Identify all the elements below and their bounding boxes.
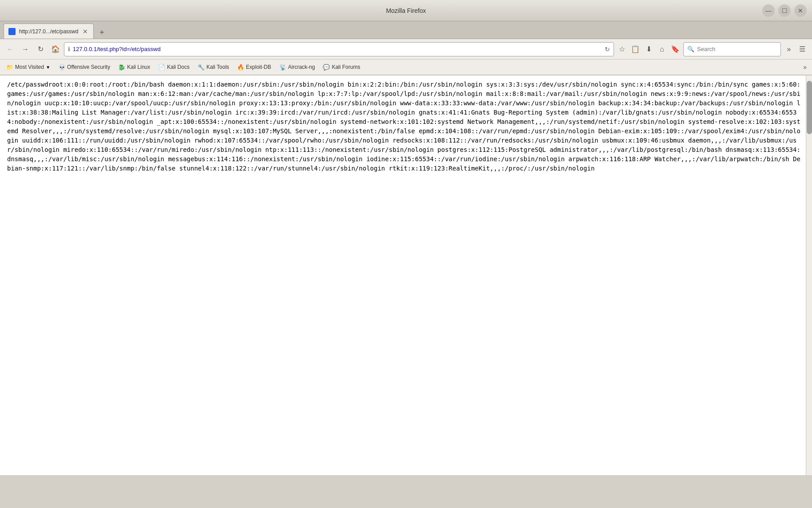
home-nav-button[interactable]: ⌂ xyxy=(656,43,668,56)
bookmark-kali-forums[interactable]: 💬 Kali Forums xyxy=(319,62,364,72)
tab-title: http://127.0.../etc/passwd xyxy=(19,28,78,35)
bookmarks-bar: 📁 Most Visited ▼ 💀 Offensive Security 🐉 … xyxy=(0,60,812,75)
active-tab[interactable]: http://127.0.../etc/passwd ✕ xyxy=(4,24,94,39)
bookmarks-star-button[interactable]: ☆ xyxy=(616,43,628,56)
offensive-security-icon: 💀 xyxy=(58,64,65,71)
tab-close-button[interactable]: ✕ xyxy=(82,28,89,35)
address-input[interactable] xyxy=(73,46,602,52)
back-button[interactable]: ← xyxy=(4,43,17,56)
lock-icon: ℹ xyxy=(68,46,70,52)
bookmark-most-visited-label: Most Visited xyxy=(15,64,44,70)
kali-forums-icon: 💬 xyxy=(323,64,330,71)
bookmark-offensive-security-label: Offensive Security xyxy=(67,64,110,70)
tab-favicon xyxy=(8,28,16,35)
aircrack-ng-icon: 📡 xyxy=(279,64,286,71)
kali-linux-icon: 🐉 xyxy=(118,64,125,71)
title-bar: Mozilla Firefox — ☐ ✕ xyxy=(0,0,812,21)
kali-docs-icon: 📄 xyxy=(158,64,165,71)
bookmarks-panel-button[interactable]: 📋 xyxy=(629,43,642,56)
new-tab-button[interactable]: + xyxy=(95,26,108,39)
exploit-db-icon: 🔥 xyxy=(237,64,244,71)
forward-button[interactable]: → xyxy=(19,43,32,56)
search-input[interactable] xyxy=(697,46,777,52)
maximize-button[interactable]: ☐ xyxy=(778,4,791,17)
bookmark-kali-linux-label: Kali Linux xyxy=(127,64,150,70)
most-visited-icon: 📁 xyxy=(6,64,13,71)
downloads-button[interactable]: ⬇ xyxy=(642,43,655,56)
scrollbar-thumb[interactable] xyxy=(807,81,812,134)
bookmark-kali-docs-label: Kali Docs xyxy=(167,64,190,70)
search-magnifier-icon: 🔍 xyxy=(687,46,694,52)
minimize-button[interactable]: — xyxy=(762,4,775,17)
bookmark-kali-tools[interactable]: 🔧 Kali Tools xyxy=(194,62,233,72)
window-title: Mozilla Firefox xyxy=(386,7,426,14)
bookmark-offensive-security[interactable]: 💀 Offensive Security xyxy=(55,62,114,72)
hamburger-menu-button[interactable]: ☰ xyxy=(796,43,808,56)
kali-tools-icon: 🔧 xyxy=(198,64,205,71)
nav-extra-icons: » ☰ xyxy=(783,43,808,56)
bookmark-kali-forums-label: Kali Forums xyxy=(332,64,360,70)
nav-bar: ← → ↻ 🏠 ℹ ↻ ☆ 📋 ⬇ ⌂ 🔖 🔍 » ☰ xyxy=(0,39,812,60)
bookmark-exploit-db[interactable]: 🔥 Exploit-DB xyxy=(234,62,275,72)
bookmark-kali-linux[interactable]: 🐉 Kali Linux xyxy=(115,62,154,72)
bookmark-aircrack-ng[interactable]: 📡 Aircrack-ng xyxy=(276,62,319,72)
page-content: /etc/passwdroot:x:0:0:root:/root:/bin/ba… xyxy=(0,75,812,475)
close-button[interactable]: ✕ xyxy=(794,4,807,17)
home-button[interactable]: 🏠 xyxy=(49,43,62,56)
bookmark-kali-tools-label: Kali Tools xyxy=(206,64,229,70)
bookmark-kali-docs[interactable]: 📄 Kali Docs xyxy=(154,62,193,72)
nav-action-icons: ☆ 📋 ⬇ ⌂ 🔖 xyxy=(616,43,681,56)
scrollbar-track[interactable] xyxy=(806,75,812,475)
tab-bar: http://127.0.../etc/passwd ✕ + xyxy=(0,21,812,39)
most-visited-arrow-icon: ▼ xyxy=(46,65,50,70)
window-controls: — ☐ ✕ xyxy=(762,4,807,17)
passwd-content: /etc/passwdroot:x:0:0:root:/root:/bin/ba… xyxy=(7,81,800,172)
bookmark-most-visited[interactable]: 📁 Most Visited ▼ xyxy=(3,62,54,72)
bookmark-aircrack-ng-label: Aircrack-ng xyxy=(288,64,315,70)
reload-button[interactable]: ↻ xyxy=(34,43,47,56)
pocket-button[interactable]: 🔖 xyxy=(669,43,681,56)
address-reload-button[interactable]: ↻ xyxy=(605,46,610,53)
bookmarks-more-button[interactable]: » xyxy=(800,62,809,72)
bookmark-exploit-db-label: Exploit-DB xyxy=(246,64,271,70)
address-bar: ℹ ↻ xyxy=(64,42,614,56)
overflow-button[interactable]: » xyxy=(783,43,795,56)
search-bar: 🔍 xyxy=(683,42,781,56)
